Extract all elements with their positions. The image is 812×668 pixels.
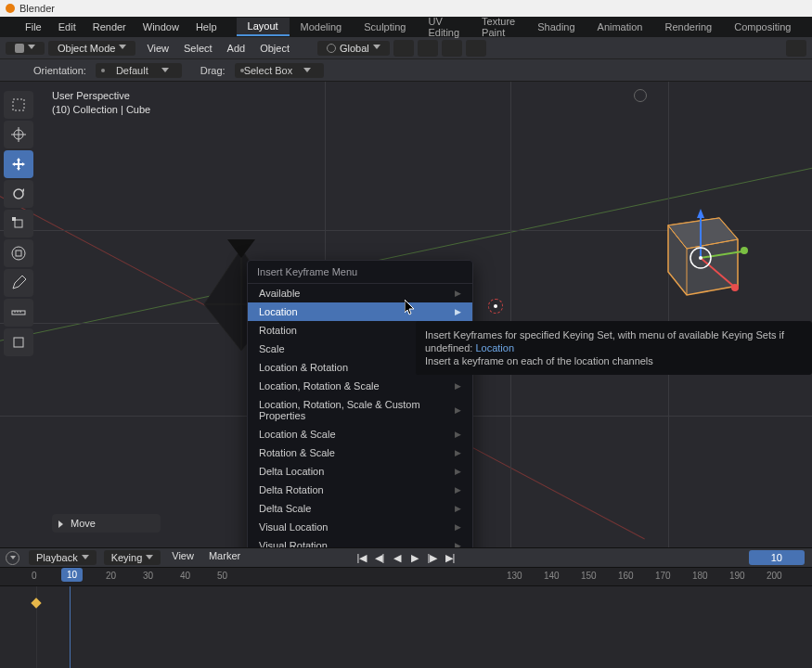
play-reverse-button[interactable]: ◀ bbox=[390, 551, 405, 564]
playhead[interactable]: 10 bbox=[61, 568, 83, 582]
transform-tool[interactable] bbox=[4, 239, 33, 267]
menu-window[interactable]: Window bbox=[135, 21, 187, 32]
orientation-dropdown[interactable]: Global bbox=[317, 41, 390, 56]
proportional-toggle[interactable] bbox=[442, 40, 462, 57]
viewport-info: User Perspective (10) Collection | Cube bbox=[52, 89, 150, 117]
dopesheet[interactable] bbox=[0, 586, 812, 668]
timeline-keying-dropdown[interactable]: Keying bbox=[104, 550, 161, 565]
workspace-tab-shading[interactable]: Shading bbox=[526, 19, 586, 35]
tooltip-line2: Insert a keyframe on each of the locatio… bbox=[425, 355, 653, 366]
timeline-editor-dropdown[interactable] bbox=[6, 551, 19, 565]
keyframe-item-visual-rotation[interactable]: Visual Rotation▶ bbox=[248, 536, 472, 547]
svg-point-4 bbox=[14, 189, 23, 199]
timeline-playback-dropdown[interactable]: Playback bbox=[29, 550, 97, 565]
measure-tool[interactable] bbox=[4, 299, 33, 327]
drag-label: Drag: bbox=[200, 65, 226, 76]
move-tool[interactable] bbox=[4, 150, 33, 178]
mode-dropdown[interactable]: Object Mode bbox=[48, 41, 135, 56]
cursor-tool[interactable] bbox=[4, 121, 33, 148]
svg-rect-0 bbox=[13, 99, 24, 110]
keyframe-item-location-rotation-scale-custom-properties[interactable]: Location, Rotation, Scale & Custom Prope… bbox=[248, 395, 472, 425]
keyframe-item-delta-rotation[interactable]: Delta Rotation▶ bbox=[248, 481, 472, 499]
tool-settings-bar: Orientation: Default Drag: Select Box bbox=[0, 59, 812, 82]
ruler-tick: 140 bbox=[544, 571, 560, 581]
menu-help[interactable]: Help bbox=[187, 21, 226, 32]
ruler-tick: 130 bbox=[507, 571, 522, 581]
workspace-tab-modeling[interactable]: Modeling bbox=[290, 19, 354, 35]
orientation-select[interactable]: Default bbox=[96, 63, 182, 78]
svg-rect-7 bbox=[16, 250, 21, 256]
view3d-menu-object[interactable]: Object bbox=[252, 43, 297, 54]
workspace-tab-sculpting[interactable]: Sculpting bbox=[353, 19, 417, 35]
ruler-tick: 200 bbox=[767, 571, 782, 581]
keyframe-item-location-scale[interactable]: Location & Scale▶ bbox=[248, 425, 472, 443]
workspace-tab-rendering[interactable]: Rendering bbox=[653, 19, 723, 35]
keyframe-item-visual-location[interactable]: Visual Location▶ bbox=[248, 518, 472, 536]
workspace-tab-layout[interactable]: Layout bbox=[237, 18, 290, 36]
timeline-menu-view[interactable]: View bbox=[164, 550, 201, 565]
editor-type-dropdown[interactable] bbox=[6, 42, 45, 55]
play-button[interactable]: ▶ bbox=[407, 551, 422, 564]
ruler-tick: 150 bbox=[581, 571, 597, 581]
timeline-header: PlaybackKeyingViewMarker |◀ ◀| ◀ ▶ |▶ ▶|… bbox=[0, 547, 812, 568]
snap-toggle[interactable] bbox=[418, 40, 438, 57]
menu-render[interactable]: Render bbox=[84, 21, 135, 32]
keyframe-item-location[interactable]: Location▶ bbox=[248, 302, 472, 321]
ruler-tick: 30 bbox=[143, 571, 153, 581]
timeline-menu-marker[interactable]: Marker bbox=[201, 550, 248, 565]
ruler-tick: 50 bbox=[217, 571, 227, 581]
add-tool[interactable] bbox=[4, 328, 33, 356]
svg-rect-5 bbox=[15, 220, 22, 227]
blender-logo-icon bbox=[6, 4, 15, 13]
nav-gizmo[interactable] bbox=[634, 89, 647, 102]
window-title: Blender bbox=[19, 3, 55, 14]
keyframe-item-delta-location[interactable]: Delta Location▶ bbox=[248, 462, 472, 481]
workspace-tab-geometry-nodes[interactable]: Geometry Nodes bbox=[802, 13, 812, 41]
scale-tool[interactable] bbox=[4, 210, 33, 238]
orientation-value: Global bbox=[340, 43, 369, 54]
svg-rect-9 bbox=[12, 311, 25, 315]
jump-start-button[interactable]: |◀ bbox=[354, 551, 369, 564]
view3d-menu-view[interactable]: View bbox=[139, 43, 176, 54]
svg-point-8 bbox=[12, 247, 25, 260]
workspace-tab-animation[interactable]: Animation bbox=[586, 19, 654, 35]
keyframe-marker[interactable] bbox=[31, 597, 41, 608]
keyframe-next-button[interactable]: |▶ bbox=[425, 551, 440, 564]
view3d-menu-add[interactable]: Add bbox=[220, 43, 253, 54]
transport-controls: |◀ ◀| ◀ ▶ |▶ ▶| bbox=[354, 551, 458, 564]
pivot-dropdown[interactable] bbox=[393, 40, 414, 57]
keyframe-menu-title: Insert Keyframe Menu bbox=[248, 261, 472, 284]
view3d-menu-select[interactable]: Select bbox=[176, 43, 220, 54]
gizmo-toggle[interactable] bbox=[466, 40, 486, 57]
tool-panel bbox=[4, 91, 33, 356]
orientation-field-label: Orientation: bbox=[33, 65, 86, 76]
svg-rect-13 bbox=[14, 338, 23, 347]
ruler-tick: 170 bbox=[655, 571, 671, 581]
tooltip-highlight: Location bbox=[475, 342, 514, 353]
annotate-tool[interactable] bbox=[4, 269, 33, 297]
rotate-tool[interactable] bbox=[4, 180, 33, 208]
keyframe-item-delta-scale[interactable]: Delta Scale▶ bbox=[248, 499, 472, 518]
mode-label: Object Mode bbox=[58, 43, 115, 54]
insert-keyframe-menu: Insert Keyframe Menu Available▶Location▶… bbox=[247, 260, 473, 547]
workspace-tab-texture-paint[interactable]: Texture Paint bbox=[470, 13, 526, 41]
cube-object[interactable] bbox=[645, 207, 747, 300]
overlays-toggle[interactable] bbox=[786, 40, 806, 57]
viewport-3d[interactable]: User Perspective (10) Collection | Cube … bbox=[0, 82, 812, 547]
svg-point-26 bbox=[699, 256, 702, 260]
workspace-tab-uv-editing[interactable]: UV Editing bbox=[417, 13, 470, 41]
select-box-tool[interactable] bbox=[4, 91, 33, 119]
menu-edit[interactable]: Edit bbox=[50, 21, 84, 32]
viewport-collection-label: (10) Collection | Cube bbox=[52, 103, 150, 117]
current-frame-field[interactable]: 10 bbox=[749, 550, 805, 565]
menu-file[interactable]: File bbox=[17, 21, 50, 32]
workspace-tab-compositing[interactable]: Compositing bbox=[723, 19, 802, 35]
drag-select[interactable]: Select Box bbox=[235, 63, 325, 78]
keyframe-item-available[interactable]: Available▶ bbox=[248, 284, 472, 302]
jump-end-button[interactable]: ▶| bbox=[443, 551, 458, 564]
keyframe-item-location-rotation-scale[interactable]: Location, Rotation & Scale▶ bbox=[248, 377, 472, 395]
keyframe-prev-button[interactable]: ◀| bbox=[372, 551, 387, 564]
move-operator-panel[interactable]: Move bbox=[52, 514, 161, 533]
keyframe-item-rotation-scale[interactable]: Rotation & Scale▶ bbox=[248, 443, 472, 462]
timeline-ruler[interactable]: 01020304050130140150160170180190200 10 bbox=[0, 568, 812, 586]
